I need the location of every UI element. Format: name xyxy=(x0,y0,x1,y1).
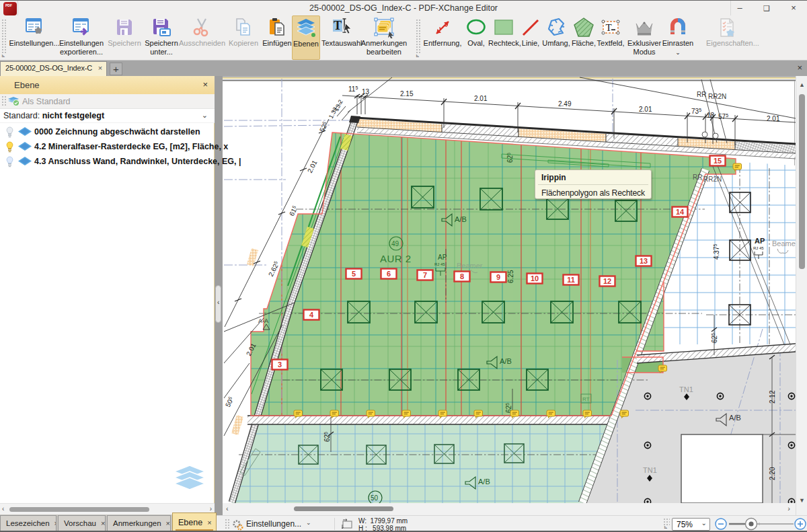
svg-text:13: 13 xyxy=(640,257,648,265)
svg-text:6: 6 xyxy=(387,270,391,278)
svg-text:A/B: A/B xyxy=(500,357,512,365)
svg-text:RR: RR xyxy=(697,91,706,98)
svg-text:2.01: 2.01 xyxy=(639,106,652,113)
svg-text:11: 11 xyxy=(567,276,575,284)
svg-text:A/B: A/B xyxy=(455,215,467,223)
svg-text:2.15: 2.15 xyxy=(400,90,414,98)
svg-text:RR: RR xyxy=(693,174,702,181)
svg-text:13: 13 xyxy=(362,88,370,96)
svg-text:Beame: Beame xyxy=(772,239,796,248)
svg-text:T: T xyxy=(605,22,611,33)
svg-text:6.25: 6.25 xyxy=(507,270,514,283)
svg-text:AP: AP xyxy=(438,254,447,261)
svg-text:14: 14 xyxy=(676,208,685,216)
svg-text:RR2N: RR2N xyxy=(708,93,726,100)
svg-text:2.12: 2.12 xyxy=(769,390,776,404)
svg-text:4: 4 xyxy=(309,311,314,319)
svg-text:RJ 45: RJ 45 xyxy=(434,262,445,266)
svg-text:TN1: TN1 xyxy=(643,466,657,474)
svg-text:7: 7 xyxy=(423,271,427,279)
svg-text:8: 8 xyxy=(460,272,464,280)
svg-text:TN1: TN1 xyxy=(679,385,693,393)
svg-text:2.01: 2.01 xyxy=(474,95,488,102)
svg-text:50: 50 xyxy=(371,494,379,502)
svg-text:5: 5 xyxy=(352,270,356,278)
svg-text:9: 9 xyxy=(496,273,500,281)
svg-text:A/B: A/B xyxy=(478,478,490,486)
svg-text:RJ 45: RJ 45 xyxy=(753,246,764,250)
svg-text:3: 3 xyxy=(278,360,282,369)
svg-text:T: T xyxy=(334,19,342,32)
svg-text:15: 15 xyxy=(714,157,722,165)
svg-text:A-A: A-A xyxy=(258,317,268,324)
svg-text:49: 49 xyxy=(391,240,399,248)
svg-text:2.20: 2.20 xyxy=(769,467,776,480)
svg-text:AUR 2: AUR 2 xyxy=(380,253,412,264)
svg-text:10: 10 xyxy=(531,274,539,282)
svg-text:2.01: 2.01 xyxy=(767,115,780,122)
svg-text:RR2N: RR2N xyxy=(703,176,722,183)
svg-text:2.49: 2.49 xyxy=(558,100,572,108)
svg-text:Beamer: Beamer xyxy=(457,262,483,270)
svg-text:AP: AP xyxy=(755,237,765,245)
svg-text:A/B: A/B xyxy=(729,414,741,422)
svg-text:12: 12 xyxy=(603,277,611,285)
svg-text:RT: RT xyxy=(582,396,590,402)
